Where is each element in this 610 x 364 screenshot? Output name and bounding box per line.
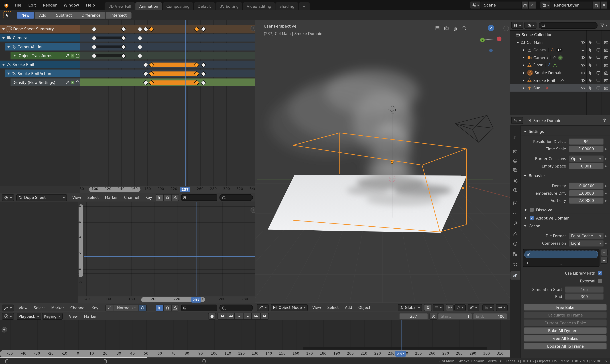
add-workspace-button[interactable]: + — [299, 2, 309, 10]
vertical-scrollbar[interactable] — [79, 204, 83, 277]
camera-view-icon[interactable] — [444, 26, 449, 31]
properties-tab-modifiers[interactable] — [510, 219, 520, 228]
screen-toggle-icon[interactable] — [596, 86, 601, 91]
dope-sheet-menu-channel[interactable]: Channel — [121, 195, 142, 200]
list-expand-icon[interactable] — [527, 262, 529, 264]
pan-hand-icon[interactable] — [453, 26, 458, 31]
mode-button-new[interactable]: New — [17, 12, 34, 18]
outliner-row-sun[interactable]: Sun — [510, 84, 610, 92]
graph-editor-menu-marker[interactable]: Marker — [48, 306, 67, 310]
active-tool-button[interactable] — [3, 11, 11, 19]
shading-mode-dropdown[interactable] — [496, 304, 508, 311]
select-toggle-icon[interactable] — [588, 40, 593, 45]
proportional-edit-toggle[interactable] — [446, 304, 454, 311]
channel-enable-checkbox[interactable]: ✓ — [71, 54, 74, 57]
workspace-tab-compositing[interactable]: Compositing — [163, 2, 193, 10]
fcurve-modifier-icon[interactable] — [65, 54, 69, 57]
expand-arrow-icon[interactable] — [2, 64, 5, 67]
graph-editor-menu-channel[interactable]: Channel — [67, 306, 89, 310]
select-toggle-icon[interactable] — [588, 86, 593, 91]
playback-dropdown[interactable]: Playback — [17, 313, 42, 320]
frame-end-field[interactable]: End:400 — [473, 313, 507, 319]
collapse-arrow-icon[interactable] — [523, 64, 526, 66]
editor-type-dropdown[interactable] — [2, 313, 14, 320]
workspace-tab-3d-view-full[interactable]: 3D View Full — [105, 2, 135, 10]
graph-editor-menu-view[interactable]: View — [16, 306, 31, 310]
workspace-tab-video-editing[interactable]: Video Editing — [243, 2, 275, 10]
view-layer-icon-button[interactable] — [540, 1, 551, 9]
filter-datablock-field[interactable] — [181, 194, 217, 201]
expand-arrow-icon[interactable] — [516, 42, 519, 44]
view-layer-copy-button[interactable] — [593, 1, 600, 9]
section-settings[interactable]: Settings — [521, 128, 610, 135]
timeline-menu-marker[interactable]: Marker — [81, 314, 100, 318]
outliner-row-scene-collection[interactable]: Scene Collection — [510, 31, 610, 39]
only-errors-toggle[interactable] — [171, 304, 179, 312]
properties-tab-view-layer[interactable] — [510, 166, 520, 174]
menu-file[interactable]: File — [11, 3, 25, 7]
point-cache-list[interactable]: :::: — [523, 249, 599, 267]
channel-dope-sheet-summary[interactable]: Dope Sheet Summary — [0, 25, 80, 33]
workspace-tab-default[interactable]: Default — [194, 2, 215, 10]
eye-toggle-icon[interactable] — [580, 40, 585, 45]
unlock-icon[interactable] — [76, 82, 79, 84]
current-frame-badge[interactable]: 237 — [180, 187, 190, 192]
channel-object-transforms[interactable]: Object Transforms✓ — [11, 52, 80, 59]
workspace-tab-animation[interactable]: Animation — [136, 2, 162, 10]
workspace-tab-shading[interactable]: Shading — [275, 2, 298, 10]
resolution-divisions-field[interactable]: 96 — [569, 138, 604, 145]
section-cache[interactable]: Cache — [521, 222, 610, 230]
channel-cameraaction[interactable]: CameraAction — [5, 43, 80, 51]
channel-density-flow-settings-[interactable]: Density (Flow Settings)✓ — [11, 78, 80, 86]
filter-datablock-field[interactable] — [181, 305, 217, 311]
dope-sheet-frame-ruler[interactable]: 8010012014016018020022024026028030032034… — [80, 186, 255, 193]
filter-view-layer-dropdown[interactable] — [525, 22, 537, 29]
current-frame-field[interactable]: 237 — [399, 313, 428, 319]
toggle-grid-icon[interactable] — [435, 26, 440, 31]
screen-toggle-icon[interactable] — [596, 48, 601, 52]
menu-edit[interactable]: Edit — [25, 3, 39, 7]
dissolve[interactable]: Dissolve — [521, 206, 610, 214]
camera-toggle-icon[interactable] — [604, 63, 609, 68]
menu-window[interactable]: Window — [60, 3, 83, 7]
collapse-arrow-icon[interactable] — [523, 56, 526, 59]
outliner-row-camera[interactable]: Camera — [510, 54, 610, 61]
show-hidden-toggle[interactable] — [163, 304, 171, 312]
camera-toggle-icon[interactable] — [604, 70, 609, 75]
snap-toggle[interactable] — [424, 304, 432, 311]
dope-sheet-menu-select[interactable]: Select — [84, 195, 102, 200]
properties-tab-output[interactable] — [510, 156, 520, 165]
viewport-menu-select[interactable]: Select — [324, 305, 342, 310]
editor-type-dropdown[interactable] — [257, 304, 269, 311]
viewport-3d[interactable]: Z Y User Perspective (237) Col Main | Sm… — [255, 20, 510, 312]
collapse-arrow-icon[interactable] — [523, 49, 526, 51]
bake-all-dynamics-button[interactable]: Bake All Dynamics — [524, 327, 607, 334]
use-preview-range-toggle[interactable] — [430, 313, 437, 320]
empty-space-field[interactable]: 0.001 — [569, 163, 604, 169]
current-frame-badge[interactable]: 237 — [191, 297, 201, 302]
frame-start-field[interactable]: Start:1 — [438, 313, 472, 319]
blender-logo-icon[interactable] — [3, 2, 9, 8]
cursor-value-line[interactable] — [84, 256, 255, 257]
screen-toggle-icon[interactable] — [596, 70, 601, 75]
file-format-field[interactable]: Point Cache — [569, 233, 604, 239]
expand-arrow-icon[interactable] — [2, 28, 5, 31]
workspace-tab-uv-editing[interactable]: UV Editing — [216, 2, 243, 10]
view-layer-name-field[interactable]: RenderLayer — [551, 1, 593, 9]
time-scale-field[interactable]: 1.00000 — [569, 146, 604, 152]
collapse-arrow-icon[interactable] — [14, 54, 17, 57]
playhead-line[interactable] — [185, 20, 186, 186]
keying-dropdown[interactable]: Keying — [42, 313, 63, 320]
properties-tab-texture[interactable] — [510, 249, 520, 258]
screen-toggle-icon[interactable] — [596, 40, 601, 45]
compression-field[interactable]: Light — [569, 240, 604, 247]
prev-keyframe-button[interactable]: ◀◀ — [226, 313, 235, 320]
show-hidden-toggle[interactable] — [163, 194, 171, 201]
graph-editor-frame-ruler[interactable]: 140160180200220240260280237 — [78, 296, 255, 303]
dope-sheet-key-area[interactable] — [80, 20, 255, 186]
free-all-bakes-button[interactable]: Free All Bakes — [524, 335, 607, 342]
add-cache-button[interactable]: + — [601, 249, 608, 256]
collapse-arrow-icon[interactable] — [523, 79, 526, 82]
camera-toggle-icon[interactable] — [604, 40, 609, 45]
update-all-to-frame-button[interactable]: Update All To Frame — [524, 343, 607, 350]
